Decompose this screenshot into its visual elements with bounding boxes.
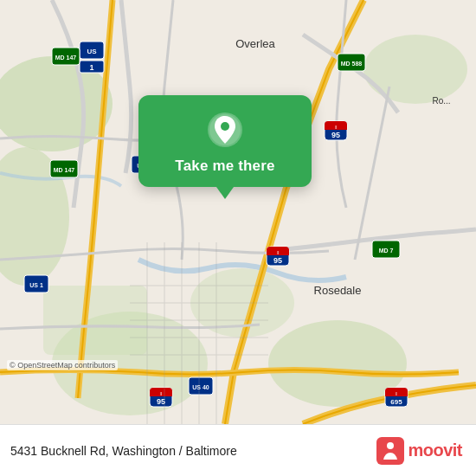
svg-text:US: US [87, 48, 97, 55]
map-attribution: © OpenStreetMap contributors [7, 360, 118, 370]
svg-text:1: 1 [89, 63, 93, 72]
map-view: US 1 MD 147 MD 147 US 1 MD 588 I 95 I [0, 0, 476, 424]
svg-text:MD 7: MD 7 [379, 248, 394, 254]
svg-point-61 [221, 122, 229, 131]
svg-text:US 40: US 40 [192, 384, 209, 390]
moovit-logo-icon [376, 437, 404, 465]
location-popup[interactable]: Take me there [138, 95, 312, 187]
svg-text:US 1: US 1 [29, 282, 43, 288]
bottom-info-bar: 5431 Bucknell Rd, Washington / Baltimore… [0, 424, 476, 476]
svg-text:Rosedale: Rosedale [314, 284, 362, 297]
svg-text:95: 95 [331, 131, 340, 139]
address-label: 5431 Bucknell Rd, Washington / Baltimore [10, 444, 237, 458]
svg-text:MD 588: MD 588 [341, 61, 363, 67]
svg-rect-62 [376, 437, 404, 465]
moovit-brand-label: moovit [408, 441, 462, 460]
moovit-logo: moovit [376, 437, 462, 465]
svg-text:MD 147: MD 147 [54, 167, 75, 173]
svg-text:695: 695 [390, 398, 402, 406]
take-me-there-button[interactable]: Take me there [175, 158, 274, 175]
location-pin-icon [206, 111, 244, 149]
svg-text:MD 147: MD 147 [55, 55, 77, 61]
svg-text:Overlea: Overlea [235, 37, 275, 50]
svg-point-63 [387, 442, 394, 449]
svg-text:95: 95 [273, 256, 282, 265]
svg-text:Ro...: Ro... [432, 96, 450, 106]
svg-point-3 [363, 35, 467, 104]
